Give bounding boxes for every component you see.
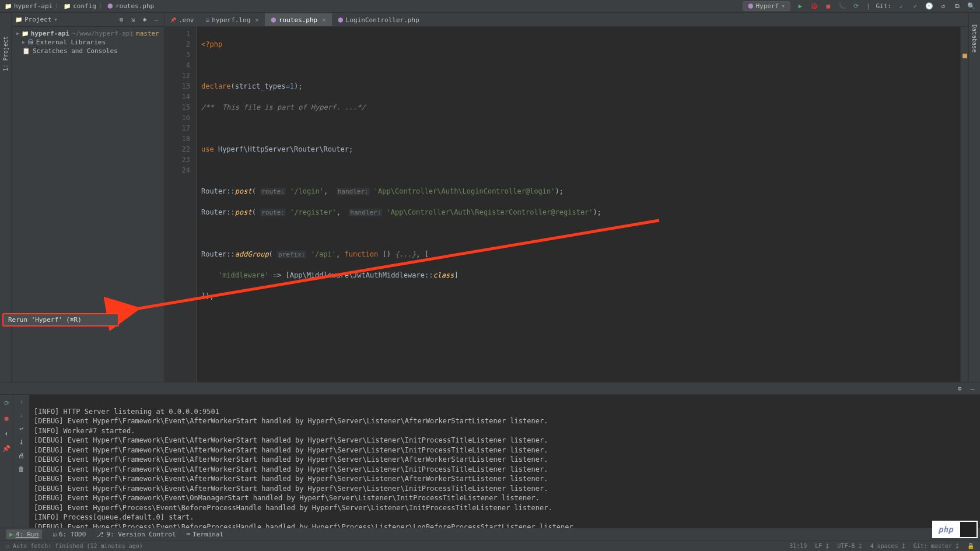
status-caret[interactable]: 31:19 [789, 543, 807, 549]
bottom-tool-tabs: ▶4: Run ☑6: TODO ⎇9: Version Control ⌨Te… [0, 528, 980, 541]
tool-tab-todo[interactable]: ☑6: TODO [52, 531, 86, 538]
tree-external-libs[interactable]: ▶ 🏛 External Libraries [12, 38, 164, 47]
print-icon[interactable]: 🖨 [18, 452, 24, 459]
git-label: Git: [876, 2, 892, 10]
gear-icon[interactable]: ⚙ [956, 384, 964, 392]
scroll-end-icon[interactable]: ⤓ [19, 438, 24, 446]
library-icon: 🏛 [27, 38, 34, 46]
close-icon[interactable]: × [255, 16, 259, 24]
gear-icon[interactable]: ✱ [141, 16, 149, 24]
git-commit-icon[interactable]: ✓ [911, 2, 919, 10]
chevron-right-icon: 〉 [55, 2, 61, 10]
tool-tab-run[interactable]: ▶4: Run [6, 529, 42, 539]
close-icon[interactable]: × [322, 16, 326, 24]
project-header: Project ▾ ⊚ ⇲ ✱ — [12, 13, 164, 27]
up-icon[interactable]: ↑ [19, 398, 23, 406]
tool-tab-terminal[interactable]: ⌨Terminal [187, 531, 224, 538]
status-git[interactable]: Git: master ‡ [914, 543, 959, 549]
breadcrumb-folder[interactable]: config [64, 2, 96, 10]
project-tree[interactable]: ▶ hyperf-api ~/www/hyperf-api master ▶ 🏛… [12, 27, 164, 58]
hide-icon[interactable]: — [152, 16, 160, 24]
caret-icon[interactable]: ▶ [22, 40, 25, 45]
status-bar: ☐ Auto fetch: finished (12 minutes ago) … [0, 541, 980, 551]
stop-icon[interactable]: ■ [824, 2, 832, 10]
target-icon[interactable]: ⊚ [117, 16, 125, 24]
listen-icon[interactable]: 📞 [838, 2, 846, 10]
window-icon[interactable]: ⧉ [953, 2, 961, 10]
tab-env[interactable]: .env [164, 13, 200, 26]
chevron-right-icon: 〉 [99, 2, 105, 10]
tab-hyperf-log[interactable]: ≡hyperf.log× [200, 13, 265, 26]
stop-icon[interactable]: ■ [2, 413, 11, 423]
console-output[interactable]: [INFO] HTTP Server listening at 0.0.0.0:… [29, 395, 980, 528]
tool-tab-vcs[interactable]: ⎇9: Version Control [96, 531, 176, 538]
tree-scratches[interactable]: 📋 Scratches and Consoles [12, 47, 164, 55]
navigation-bar: hyperf-api 〉 config 〉 ⬢routes.php ⬢Hyper… [0, 0, 980, 13]
status-message: ☐ Auto fetch: finished (12 minutes ago) [6, 543, 143, 549]
caret-icon[interactable]: ▶ [16, 31, 19, 36]
debug-icon[interactable]: 🐞 [810, 2, 818, 10]
sidebar-database[interactable]: Database [971, 24, 978, 52]
status-line-sep[interactable]: LF ‡ [815, 543, 829, 549]
folder-icon [64, 2, 71, 10]
expand-icon[interactable]: ⇲ [129, 16, 137, 24]
project-title[interactable]: Project ▾ [15, 16, 58, 23]
sidebar-project[interactable]: 1: Project [2, 36, 9, 71]
main-toolbar: ⬢Hyperf▾ ▶ 🐞 ■ 📞 ⟳ | Git: ↙ ✓ 🕘 ↺ ⧉ 🔍 [743, 1, 976, 11]
run-icon[interactable]: ▶ [796, 2, 804, 10]
folder-icon [5, 2, 12, 10]
hide-icon[interactable]: — [968, 384, 977, 392]
run-configuration-selector[interactable]: ⬢Hyperf▾ [743, 1, 790, 11]
run-toolbar: ⟳ ■ ⫞ 📌 [0, 395, 13, 528]
tab-logincontroller[interactable]: ⬢LoginController.php [332, 13, 425, 26]
php-badge: php [932, 521, 978, 538]
down-icon[interactable]: ↓ [19, 412, 23, 419]
folder-icon [22, 30, 29, 37]
tree-root[interactable]: ▶ hyperf-api ~/www/hyperf-api master [12, 29, 164, 38]
warning-indicator[interactable] [963, 54, 967, 58]
folder-icon [15, 16, 22, 23]
tooltip: Rerun 'Hyperf' (⌘R) [2, 313, 119, 327]
clear-icon[interactable]: 🗑 [18, 465, 24, 473]
git-revert-icon[interactable]: ↺ [939, 2, 947, 10]
run-tool-header: ⚙ — [0, 382, 980, 395]
tab-routes[interactable]: ⬢routes.php× [265, 13, 332, 26]
scratches-icon: 📋 [22, 47, 30, 55]
status-lock-icon[interactable]: 🔒 [967, 543, 974, 549]
test-history-icon[interactable]: ⟳ [852, 2, 860, 10]
editor-tabs: .env ≡hyperf.log× ⬢routes.php× ⬢LoginCon… [164, 13, 968, 27]
pin-icon[interactable]: 📌 [2, 444, 11, 453]
git-history-icon[interactable]: 🕘 [925, 2, 933, 10]
status-indent[interactable]: 4 spaces ‡ [870, 543, 905, 549]
soft-wrap-icon[interactable]: ↩ [19, 425, 23, 433]
caret-line [197, 312, 960, 322]
breadcrumb-file[interactable]: ⬢routes.php [107, 2, 154, 10]
git-update-icon[interactable]: ↙ [897, 2, 905, 10]
rerun-icon[interactable]: ⟳ [2, 398, 11, 408]
breadcrumb-project[interactable]: hyperf-api [5, 2, 52, 10]
search-icon[interactable]: 🔍 [967, 2, 975, 10]
layout-icon[interactable]: ⫞ [2, 429, 11, 438]
status-encoding[interactable]: UTF-8 ‡ [837, 543, 862, 549]
breadcrumb: hyperf-api 〉 config 〉 ⬢routes.php [5, 2, 154, 10]
run-toolbar-2: ↑ ↓ ↩ ⤓ 🖨 🗑 [13, 395, 29, 528]
